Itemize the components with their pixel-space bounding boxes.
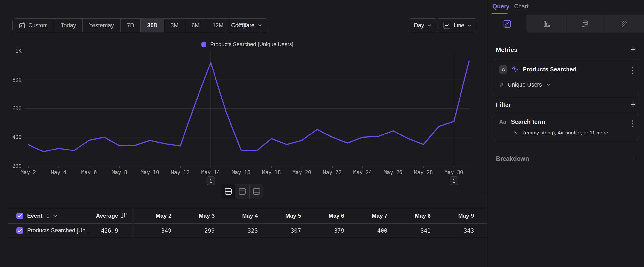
svg-text:May 16: May 16 xyxy=(232,169,250,175)
filter-card[interactable]: Aa Search term Is (empty string), Air pu… xyxy=(493,114,639,141)
layout-chart-only-button[interactable] xyxy=(236,184,250,198)
date-range-custom[interactable]: Custom xyxy=(12,19,54,32)
check-icon xyxy=(18,214,22,217)
chevron-down-icon xyxy=(258,24,262,27)
query-panel: Query Chart xyxy=(488,0,644,267)
svg-text:May 18: May 18 xyxy=(262,169,281,175)
svg-text:May 14: May 14 xyxy=(202,169,220,175)
add-breakdown-button[interactable]: + xyxy=(630,154,636,163)
view-tab-flows[interactable] xyxy=(570,15,600,33)
svg-text:May 6: May 6 xyxy=(82,169,97,175)
table-value-cell: 299 xyxy=(176,227,219,234)
aggregation-selector[interactable]: # Unique Users xyxy=(500,82,550,88)
flows-icon xyxy=(581,20,590,28)
metric-event-name: Products Searched xyxy=(523,66,576,73)
column-header[interactable]: May 3 xyxy=(176,212,219,219)
layout-toggle-group xyxy=(222,184,264,198)
add-filter-button[interactable]: + xyxy=(630,100,636,109)
line-chart[interactable]: 2004006008001KMay 2May 4May 6May 8May 10… xyxy=(0,48,488,186)
chevron-down-icon[interactable] xyxy=(54,215,57,217)
chart-type-button[interactable]: Line xyxy=(437,19,478,32)
filter-heading: Filter xyxy=(496,102,511,109)
svg-text:May 12: May 12 xyxy=(171,169,190,175)
layout-split-button[interactable] xyxy=(222,184,236,198)
granularity-button[interactable]: Day xyxy=(408,19,437,32)
row-checkbox[interactable] xyxy=(16,227,23,234)
legend-swatch xyxy=(202,42,206,47)
table-value-cell: 307 xyxy=(262,227,305,234)
svg-text:1: 1 xyxy=(209,178,212,183)
svg-text:May 8: May 8 xyxy=(112,169,127,175)
sort-descending-icon xyxy=(120,212,128,219)
svg-text:May 30: May 30 xyxy=(444,169,463,175)
filter-menu-button[interactable] xyxy=(632,120,634,127)
event-header-label: Event xyxy=(27,212,42,219)
svg-text:May 10: May 10 xyxy=(140,169,159,175)
svg-text:1: 1 xyxy=(452,178,455,183)
series-line[interactable] xyxy=(28,61,469,152)
date-range-30d[interactable]: 30D xyxy=(141,19,164,32)
aggregation-label: Unique Users xyxy=(508,82,542,88)
tab-chart[interactable]: Chart xyxy=(514,3,529,10)
breakdown-heading: Breakdown xyxy=(496,155,529,162)
column-header[interactable]: May 6 xyxy=(305,212,348,219)
metrics-heading: Metrics xyxy=(496,46,518,54)
layout-split-icon xyxy=(224,187,233,195)
svg-text:May 2: May 2 xyxy=(20,169,36,175)
metric-menu-button[interactable] xyxy=(632,67,634,74)
select-all-checkbox[interactable] xyxy=(16,212,23,219)
date-range-yesterday[interactable]: Yesterday xyxy=(83,19,120,32)
svg-text:800: 800 xyxy=(12,77,22,83)
column-header[interactable]: May 2 xyxy=(132,212,176,219)
property-type-icon: Aa xyxy=(499,119,506,125)
column-header[interactable]: May 4 xyxy=(218,212,262,219)
column-header[interactable]: May 5 xyxy=(262,212,305,219)
view-tab-retention[interactable] xyxy=(610,15,639,33)
sort-control[interactable] xyxy=(118,212,132,219)
svg-text:May 28: May 28 xyxy=(414,169,433,175)
table-value-cell: 349 xyxy=(132,227,176,234)
date-range-control: CustomTodayYesterday7D30D3M6M12MXTD xyxy=(12,19,261,32)
svg-text:1K: 1K xyxy=(16,48,22,54)
table-value-cell: 400 xyxy=(348,227,391,234)
date-range-today[interactable]: Today xyxy=(54,19,82,32)
chart-type-label: Line xyxy=(454,22,464,29)
table-value-cell: 343 xyxy=(435,227,478,234)
insights-line-icon xyxy=(503,20,512,28)
compare-button[interactable]: Compare xyxy=(225,19,268,32)
view-tab-insights[interactable] xyxy=(492,15,522,33)
date-range-6m[interactable]: 6M xyxy=(185,19,206,32)
svg-text:May 26: May 26 xyxy=(384,169,402,175)
check-icon xyxy=(18,229,22,232)
event-cursor-icon xyxy=(512,66,519,73)
granularity-label: Day xyxy=(414,22,424,29)
chart-legend: Products Searched [Unique Users] xyxy=(202,41,294,48)
view-tab-bar[interactable] xyxy=(531,15,561,33)
main-area: CustomTodayYesterday7D30D3M6M12MXTD Comp… xyxy=(0,0,488,267)
column-header[interactable]: May 9 xyxy=(435,212,478,219)
svg-text:400: 400 xyxy=(12,134,22,140)
column-header[interactable]: May 7 xyxy=(348,212,391,219)
bar-chart-icon xyxy=(542,20,550,28)
app-window: CustomTodayYesterday7D30D3M6M12MXTD Comp… xyxy=(0,0,644,267)
metric-card[interactable]: A Products Searched # Unique Users xyxy=(493,59,639,97)
average-header[interactable]: Average xyxy=(88,212,118,219)
legend-label: Products Searched [Unique Users] xyxy=(210,41,294,48)
event-count: 1 xyxy=(46,212,50,219)
svg-text:May 22: May 22 xyxy=(323,169,342,175)
layout-bottom-panel-icon xyxy=(252,187,261,195)
filter-value[interactable]: (empty string), Air purifier, or 11 more xyxy=(523,130,608,136)
filter-property-name: Search term xyxy=(511,118,545,125)
tab-query[interactable]: Query xyxy=(492,3,510,10)
add-metric-button[interactable]: + xyxy=(630,45,636,54)
date-range-7d[interactable]: 7D xyxy=(120,19,141,32)
row-average: 426.9 xyxy=(88,227,118,234)
svg-text:200: 200 xyxy=(12,163,22,169)
layout-table-only-button[interactable] xyxy=(250,184,264,198)
chevron-down-icon xyxy=(428,24,431,27)
column-header[interactable]: May 8 xyxy=(391,212,435,219)
date-range-3m[interactable]: 3M xyxy=(164,19,185,32)
line-chart-icon xyxy=(443,22,450,29)
table-data-row[interactable]: Products Searched [Un... 426.9 349299323… xyxy=(8,224,488,237)
toolbar: CustomTodayYesterday7D30D3M6M12MXTD Comp… xyxy=(0,19,488,32)
